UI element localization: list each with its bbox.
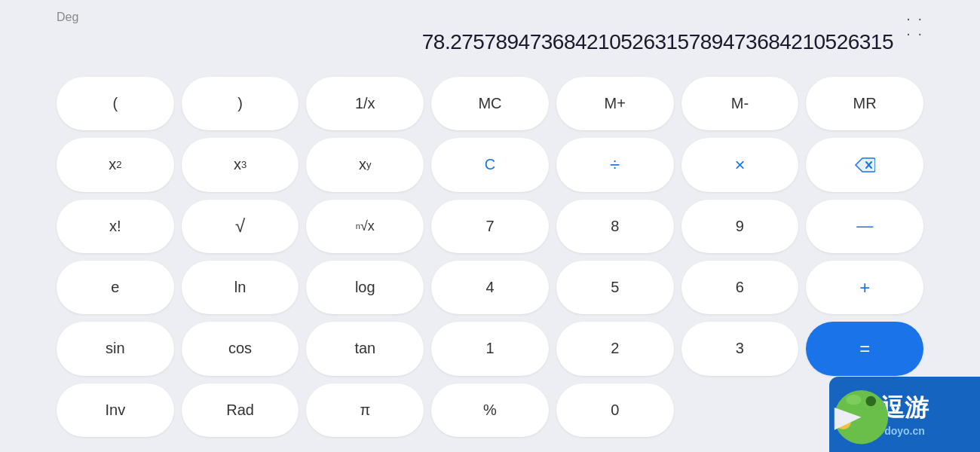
- button-minus[interactable]: —: [806, 200, 923, 253]
- button-rad[interactable]: Rad: [182, 383, 299, 437]
- button-tan[interactable]: tan: [306, 322, 424, 375]
- button-mminus[interactable]: M-: [681, 77, 799, 130]
- button-mplus[interactable]: M+: [556, 77, 674, 130]
- button-reciprocal[interactable]: 1/x: [306, 77, 424, 130]
- button-plus[interactable]: +: [806, 261, 923, 314]
- button-log[interactable]: log: [306, 261, 424, 314]
- button-pi[interactable]: π: [306, 383, 424, 437]
- svg-point-6: [846, 395, 861, 405]
- button-backspace[interactable]: [806, 138, 923, 191]
- display-area: Deg · ·· · 78.27578947368421052631578947…: [57, 0, 923, 69]
- button-e[interactable]: e: [57, 261, 174, 314]
- button-8[interactable]: 8: [556, 200, 674, 253]
- number-display: 78.2757894736842105263157894736842105263…: [57, 8, 923, 62]
- button-clear[interactable]: C: [431, 138, 549, 191]
- button-cos[interactable]: cos: [182, 322, 299, 375]
- button-close-paren[interactable]: ): [182, 77, 299, 130]
- button-xy[interactable]: xy: [306, 138, 424, 191]
- angle-mode-label: Deg: [57, 11, 78, 24]
- button-9[interactable]: 9: [681, 200, 799, 253]
- calculator-app: Deg · ·· · 78.27578947368421052631578947…: [0, 0, 980, 452]
- button-divide[interactable]: ÷: [556, 138, 674, 191]
- more-options-button[interactable]: · ·· ·: [906, 11, 923, 41]
- button-5[interactable]: 5: [556, 261, 674, 314]
- button-mr[interactable]: MR: [806, 77, 923, 130]
- button-sqrt[interactable]: √: [182, 200, 299, 253]
- button-inv[interactable]: Inv: [57, 383, 174, 437]
- button-factorial[interactable]: x!: [57, 200, 174, 253]
- button-0[interactable]: 0: [556, 383, 674, 437]
- button-multiply[interactable]: ×: [681, 138, 799, 191]
- button-ln[interactable]: ln: [182, 261, 299, 314]
- button-6[interactable]: 6: [681, 261, 799, 314]
- button-sin[interactable]: sin: [57, 322, 174, 375]
- watermark: 逗游 doyo.cn: [814, 362, 980, 452]
- button-3[interactable]: 3: [681, 322, 799, 375]
- button-open-paren[interactable]: (: [57, 77, 174, 130]
- button-percent[interactable]: %: [431, 383, 549, 437]
- button-x3[interactable]: x3: [182, 138, 299, 191]
- button-2[interactable]: 2: [556, 322, 674, 375]
- buttons-grid: ()1/xMCM+M-MRx2x3xyC÷×x!√n√x789—elnlog45…: [57, 77, 923, 437]
- button-nth-root[interactable]: n√x: [306, 200, 424, 253]
- mascot-icon: [829, 382, 893, 446]
- svg-point-3: [865, 396, 876, 407]
- button-x2[interactable]: x2: [57, 138, 174, 191]
- button-mc[interactable]: MC: [431, 77, 549, 130]
- button-4[interactable]: 4: [431, 261, 549, 314]
- button-1[interactable]: 1: [431, 322, 549, 375]
- button-7[interactable]: 7: [431, 200, 549, 253]
